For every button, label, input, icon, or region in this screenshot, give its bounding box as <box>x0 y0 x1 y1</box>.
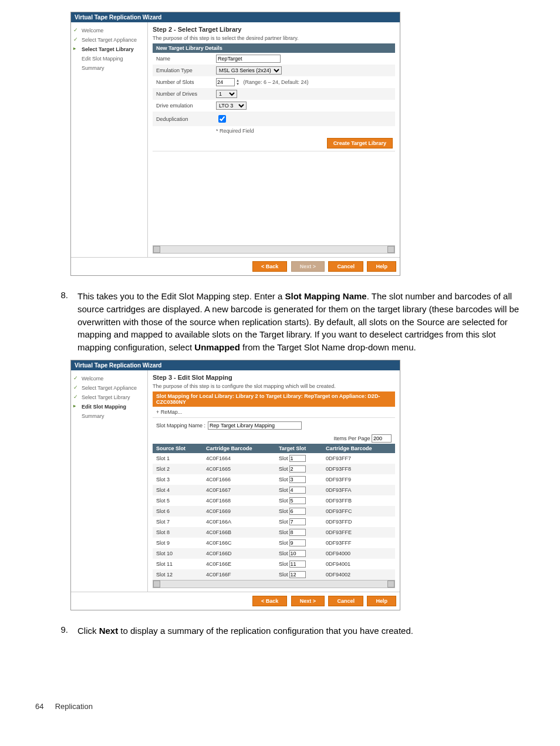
sidebar-step-target-appliance[interactable]: ✓Select Target Appliance <box>71 35 147 45</box>
target-slot-field[interactable] <box>289 487 306 494</box>
target-slot-label: Slot <box>279 487 288 493</box>
target-slot-label: Slot <box>279 561 288 567</box>
scroll-right-icon[interactable] <box>387 580 394 588</box>
table-row: Slot 94C0F166CSlot0DF93FFF <box>153 538 395 548</box>
source-slot-cell: Slot 10 <box>153 548 203 559</box>
target-barcode-cell: 0DF93FF8 <box>322 464 395 474</box>
back-button[interactable]: < Back <box>252 261 287 272</box>
back-button[interactable]: < Back <box>252 596 287 606</box>
help-button[interactable]: Help <box>367 596 396 606</box>
target-slot-label: Slot <box>279 519 288 525</box>
target-slot-field[interactable] <box>289 529 306 536</box>
sidebar-step-target-library[interactable]: ▸Select Target Library <box>71 45 147 54</box>
source-slot-cell: Slot 7 <box>153 517 203 527</box>
slot-mapping-name-field[interactable] <box>208 421 302 430</box>
target-slot-label: Slot <box>279 540 288 546</box>
table-row: Slot 114C0F166ESlot0DF94001 <box>153 559 395 569</box>
step-8-text: This takes you to the Edit Slot Mapping … <box>77 290 525 354</box>
number-of-slots-field[interactable] <box>216 78 235 86</box>
target-slot-field[interactable] <box>289 571 306 578</box>
deduplication-checkbox[interactable] <box>218 115 226 123</box>
target-barcode-cell: 0DF93FFC <box>322 506 395 517</box>
target-slot-field[interactable] <box>289 508 306 515</box>
target-slot-label: Slot <box>279 529 288 535</box>
items-per-page-field[interactable] <box>372 434 392 443</box>
source-barcode-cell: 4C0F1669 <box>203 506 275 517</box>
create-target-library-button[interactable]: Create Target Library <box>327 138 393 148</box>
check-icon: ✓ <box>73 27 78 33</box>
emulation-type-select[interactable]: MSL G3 Series (2x24) <box>216 66 282 75</box>
sidebar-step-welcome[interactable]: ✓Welcome <box>71 26 147 35</box>
help-button[interactable]: Help <box>367 261 396 272</box>
target-slot-field[interactable] <box>289 455 306 462</box>
source-barcode-cell: 4C0F166F <box>203 569 275 580</box>
wizard-step2: Virtual Tape Replication Wizard ✓Welcome… <box>70 12 400 276</box>
target-barcode-cell: 0DF94000 <box>322 548 395 559</box>
slot-mapping-table: Source Slot Cartridge Barcode Target Slo… <box>153 444 395 580</box>
sidebar-step-welcome[interactable]: ✓Welcome <box>71 374 147 383</box>
name-field[interactable] <box>216 55 281 63</box>
source-slot-cell: Slot 2 <box>153 464 203 474</box>
source-barcode-cell: 4C0F1667 <box>203 485 275 495</box>
col-cartridge-barcode-target: Cartridge Barcode <box>322 444 395 453</box>
next-button[interactable]: Next > <box>291 261 325 272</box>
spinner-icon[interactable]: ▲▼ <box>236 79 239 86</box>
scroll-left-icon[interactable] <box>153 580 160 588</box>
target-slot-field[interactable] <box>289 561 306 568</box>
step-number: 9. <box>35 625 77 637</box>
cancel-button[interactable]: Cancel <box>328 596 363 606</box>
slot-mapping-name-label: Slot Mapping Name : <box>156 423 205 428</box>
deduplication-label: Deduplication <box>153 112 212 126</box>
sidebar-step-target-library[interactable]: ✓Select Target Library <box>71 393 147 402</box>
arrow-icon: ▸ <box>73 46 76 51</box>
drive-emulation-select[interactable]: LTO 3 <box>216 102 247 110</box>
wizard-title: Virtual Tape Replication Wizard <box>71 360 400 370</box>
sidebar-step-summary[interactable]: Summary <box>71 63 147 73</box>
table-row: Slot 124C0F166FSlot0DF94002 <box>153 569 395 580</box>
horizontal-scrollbar[interactable] <box>153 245 395 254</box>
wizard-sidebar: ✓Welcome ✓Select Target Appliance ▸Selec… <box>71 22 148 257</box>
table-row: Slot 84C0F166BSlot0DF93FFE <box>153 527 395 538</box>
target-barcode-cell: 0DF93FF7 <box>322 453 395 464</box>
col-cartridge-barcode: Cartridge Barcode <box>203 444 275 453</box>
step-heading: Step 3 - Edit Slot Mapping <box>153 374 395 381</box>
check-icon: ✓ <box>73 375 78 381</box>
name-label: Name <box>153 53 212 65</box>
target-slot-field[interactable] <box>289 518 306 525</box>
target-barcode-cell: 0DF94002 <box>322 569 395 580</box>
page-number: 64 <box>35 702 53 711</box>
source-barcode-cell: 4C0F1664 <box>203 453 275 464</box>
library-details-form: Name Emulation Type MSL G3 Series (2x24)… <box>153 53 395 136</box>
step-number: 8. <box>35 290 77 354</box>
target-slot-field[interactable] <box>289 465 306 472</box>
emulation-type-label: Emulation Type <box>153 65 212 76</box>
wizard-footer: < Back Next > Cancel Help <box>71 257 400 275</box>
source-barcode-cell: 4C0F1666 <box>203 474 275 485</box>
remap-link[interactable]: + ReMap... <box>153 407 395 418</box>
sidebar-step-summary[interactable]: Summary <box>71 411 147 421</box>
number-of-drives-select[interactable]: 1 <box>216 90 237 98</box>
scroll-left-icon[interactable] <box>153 246 160 253</box>
target-slot-field[interactable] <box>289 539 306 546</box>
target-barcode-cell: 0DF94001 <box>322 559 395 569</box>
cancel-button[interactable]: Cancel <box>328 261 363 272</box>
scroll-right-icon[interactable] <box>387 246 394 253</box>
sidebar-step-target-appliance[interactable]: ✓Select Target Appliance <box>71 383 147 393</box>
sidebar-step-edit-slot-mapping[interactable]: ▸Edit Slot Mapping <box>71 402 147 411</box>
target-barcode-cell: 0DF93FFA <box>322 485 395 495</box>
source-slot-cell: Slot 6 <box>153 506 203 517</box>
source-barcode-cell: 4C0F166C <box>203 538 275 548</box>
check-icon: ✓ <box>73 384 78 390</box>
sidebar-step-edit-slot-mapping[interactable]: Edit Slot Mapping <box>71 54 147 63</box>
source-barcode-cell: 4C0F1668 <box>203 495 275 506</box>
target-slot-field[interactable] <box>289 550 306 557</box>
table-row: Slot 104C0F166DSlot0DF94000 <box>153 548 395 559</box>
horizontal-scrollbar[interactable] <box>153 580 395 588</box>
items-per-page-label: Items Per Page <box>333 436 370 441</box>
target-slot-label: Slot <box>279 508 288 514</box>
drive-emulation-label: Drive emulation <box>153 100 212 112</box>
col-target-slot: Target Slot <box>275 444 322 453</box>
next-button[interactable]: Next > <box>291 596 325 606</box>
target-slot-field[interactable] <box>289 497 306 504</box>
target-slot-field[interactable] <box>289 476 306 483</box>
